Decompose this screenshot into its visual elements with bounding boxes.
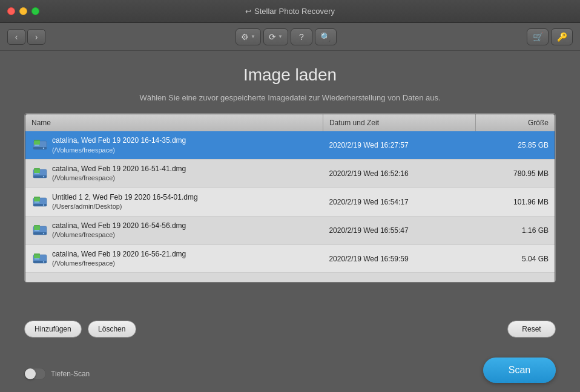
empty-row bbox=[25, 273, 555, 283]
page-subtitle: Wählen Sie eine zuvor gespeicherte Image… bbox=[24, 93, 556, 102]
nav-arrows: ‹ › bbox=[7, 29, 45, 45]
file-size-cell: 5.04 GB bbox=[476, 244, 555, 273]
svg-rect-23 bbox=[34, 226, 40, 230]
file-size-cell: 1.16 GB bbox=[476, 216, 555, 244]
file-name-text: catalina, Wed Feb 19 2020 16-56-21.dmg (… bbox=[52, 250, 186, 268]
file-icon bbox=[31, 195, 48, 209]
file-name-text: Untitled 1 2, Wed Feb 19 2020 16-54-01.d… bbox=[52, 193, 198, 211]
search-button[interactable]: 🔍 bbox=[315, 28, 337, 45]
history-icon: ⟳ bbox=[269, 32, 276, 42]
forward-nav-button[interactable]: › bbox=[27, 29, 45, 45]
file-icon bbox=[31, 252, 48, 266]
key-button[interactable]: 🔑 bbox=[551, 28, 573, 45]
traffic-lights bbox=[7, 7, 39, 15]
key-icon: 🔑 bbox=[557, 32, 567, 42]
help-button[interactable]: ? bbox=[291, 28, 312, 45]
table-row[interactable]: catalina, Wed Feb 19 2020 16-54-56.dmg (… bbox=[25, 216, 555, 244]
back-icon: ↩ bbox=[245, 7, 251, 16]
svg-point-26 bbox=[43, 261, 44, 262]
svg-rect-19 bbox=[33, 232, 47, 235]
page-title: Image laden bbox=[24, 65, 556, 85]
scan-button[interactable]: Scan bbox=[483, 358, 556, 383]
svg-rect-5 bbox=[34, 141, 40, 145]
search-icon: 🔍 bbox=[320, 32, 331, 42]
deep-scan-label: Tiefen-Scan bbox=[51, 370, 90, 378]
file-table-wrapper: Name Datum und Zeit Größe bbox=[24, 113, 556, 283]
minimize-button[interactable] bbox=[19, 7, 27, 15]
file-size-cell: 101.96 MB bbox=[476, 188, 555, 216]
toggle-row: Tiefen-Scan bbox=[0, 368, 114, 380]
table-row[interactable]: Untitled 1 2, Wed Feb 19 2020 16-54-01.d… bbox=[25, 188, 555, 216]
svg-rect-7 bbox=[33, 175, 47, 178]
gear-icon: ⚙ bbox=[241, 32, 249, 42]
toggle-knob bbox=[25, 368, 36, 379]
close-button[interactable] bbox=[7, 7, 15, 15]
file-size-cell: 25.85 GB bbox=[476, 131, 555, 159]
table-row[interactable]: catalina, Wed Feb 19 2020 16-56-21.dmg (… bbox=[25, 244, 555, 273]
svg-point-2 bbox=[43, 148, 44, 149]
dropdown-arrow-icon: ▼ bbox=[251, 34, 255, 39]
file-name-cell: catalina, Wed Feb 19 2020 16-56-21.dmg (… bbox=[25, 244, 323, 273]
toolbar-group-right: 🛒 🔑 bbox=[527, 28, 573, 45]
back-nav-button[interactable]: ‹ bbox=[7, 29, 25, 45]
cart-icon: 🛒 bbox=[533, 32, 543, 42]
table-row[interactable]: catalina, Wed Feb 19 2020 16-14-35.dmg (… bbox=[25, 131, 555, 159]
help-icon: ? bbox=[299, 32, 304, 42]
file-date-cell: 2020/2/19 Wed 16:59:59 bbox=[323, 244, 475, 273]
left-buttons: Hinzufügen Löschen bbox=[24, 321, 136, 338]
main-content: Image laden Wählen Sie eine zuvor gespei… bbox=[0, 51, 580, 283]
col-size: Größe bbox=[476, 114, 555, 132]
svg-point-8 bbox=[43, 176, 44, 177]
svg-rect-11 bbox=[34, 169, 40, 173]
svg-point-14 bbox=[43, 204, 44, 206]
svg-rect-1 bbox=[33, 147, 47, 149]
deep-scan-toggle[interactable] bbox=[24, 368, 46, 380]
file-name-text: catalina, Wed Feb 19 2020 16-51-41.dmg (… bbox=[52, 165, 186, 183]
reset-button[interactable]: Reset bbox=[507, 321, 556, 338]
file-name-text: catalina, Wed Feb 19 2020 16-54-56.dmg (… bbox=[52, 221, 186, 240]
svg-rect-25 bbox=[33, 261, 47, 263]
fullscreen-button[interactable] bbox=[31, 7, 39, 15]
svg-rect-17 bbox=[34, 198, 40, 201]
toolbar-group-left: ⚙ ▼ ⟳ ▼ ? 🔍 bbox=[236, 28, 337, 45]
file-name-text: catalina, Wed Feb 19 2020 16-14-35.dmg (… bbox=[52, 136, 186, 154]
file-size-cell: 780.95 MB bbox=[476, 159, 555, 188]
titlebar: ↩ Stellar Photo Recovery bbox=[0, 0, 580, 23]
file-name-cell: catalina, Wed Feb 19 2020 16-54-56.dmg (… bbox=[25, 216, 323, 244]
file-date-cell: 2020/2/19 Wed 16:55:47 bbox=[323, 216, 475, 244]
window-title: ↩ Stellar Photo Recovery bbox=[245, 7, 335, 16]
add-button[interactable]: Hinzufügen bbox=[24, 321, 82, 338]
history-button[interactable]: ⟳ ▼ bbox=[263, 28, 288, 45]
table-row[interactable]: catalina, Wed Feb 19 2020 16-51-41.dmg (… bbox=[25, 159, 555, 188]
file-icon bbox=[31, 223, 48, 238]
col-name: Name bbox=[25, 114, 323, 132]
cart-button[interactable]: 🛒 bbox=[527, 28, 549, 45]
file-icon bbox=[31, 138, 48, 152]
dropdown-arrow-icon2: ▼ bbox=[278, 34, 283, 39]
svg-rect-29 bbox=[34, 255, 40, 258]
file-table: Name Datum und Zeit Größe bbox=[25, 114, 555, 283]
col-date: Datum und Zeit bbox=[323, 114, 475, 132]
settings-button[interactable]: ⚙ ▼ bbox=[236, 28, 261, 45]
file-date-cell: 2020/2/19 Wed 16:52:16 bbox=[323, 159, 475, 188]
file-date-cell: 2020/2/19 Wed 16:27:57 bbox=[323, 131, 475, 159]
navbar: ‹ › ⚙ ▼ ⟳ ▼ ? 🔍 🛒 🔑 bbox=[0, 23, 580, 51]
file-icon bbox=[31, 166, 48, 181]
bottom-bar: Hinzufügen Löschen Reset Tiefen-Scan Sca… bbox=[0, 313, 580, 392]
delete-button[interactable]: Löschen bbox=[88, 321, 136, 338]
table-header-row: Name Datum und Zeit Größe bbox=[25, 114, 555, 132]
buttons-row: Hinzufügen Löschen Reset bbox=[0, 313, 580, 338]
file-name-cell: catalina, Wed Feb 19 2020 16-14-35.dmg (… bbox=[25, 131, 323, 159]
svg-rect-13 bbox=[33, 204, 47, 206]
file-name-cell: Untitled 1 2, Wed Feb 19 2020 16-54-01.d… bbox=[25, 188, 323, 216]
file-name-cell: catalina, Wed Feb 19 2020 16-51-41.dmg (… bbox=[25, 159, 323, 188]
file-date-cell: 2020/2/19 Wed 16:54:17 bbox=[323, 188, 475, 216]
svg-point-20 bbox=[43, 232, 44, 234]
